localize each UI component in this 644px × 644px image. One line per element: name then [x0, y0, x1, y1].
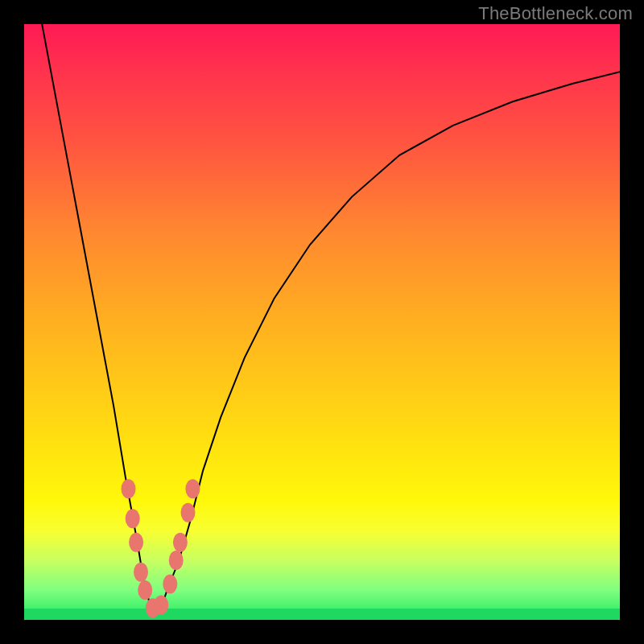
- watermark-text: TheBottleneck.com: [478, 3, 633, 24]
- highlight-dot: [154, 596, 168, 615]
- highlight-dot: [181, 503, 196, 522]
- highlight-dot: [138, 580, 152, 600]
- curve-svg: [24, 24, 620, 620]
- highlight-dot: [134, 563, 148, 582]
- highlight-dot: [126, 509, 140, 528]
- highlight-dot: [129, 533, 143, 552]
- highlight-dot: [185, 479, 200, 498]
- highlight-dots-group: [122, 479, 200, 617]
- plot-area: [24, 24, 620, 620]
- highlight-dot: [122, 479, 136, 498]
- highlight-dot: [169, 551, 184, 570]
- chart-frame: TheBottleneck.com: [0, 0, 644, 644]
- highlight-dot: [163, 575, 177, 594]
- highlight-dot: [173, 533, 188, 552]
